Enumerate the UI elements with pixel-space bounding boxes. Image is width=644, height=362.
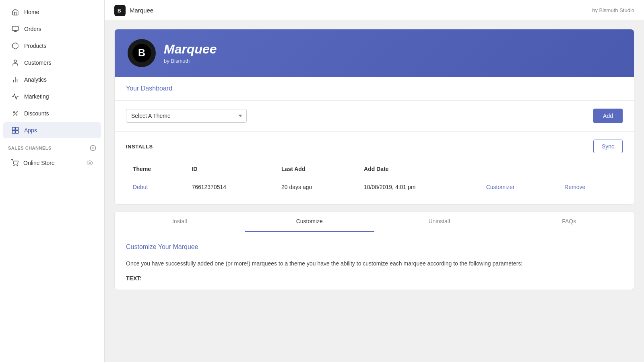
svg-rect-13 [16,131,19,134]
sidebar-item-discounts[interactable]: Discounts [3,105,101,121]
sidebar-nav: Home Orders Products Customers Analytics [0,0,104,362]
customize-description: Once you have successfully added one (or… [126,259,623,269]
tab-faqs[interactable]: FAQs [504,212,634,232]
theme-link[interactable]: Debut [133,184,148,190]
svg-point-7 [14,112,15,113]
theme-selector-row: Select A Theme Add [115,101,634,132]
orders-icon [11,25,19,33]
sidebar: Home Orders Products Customers Analytics [0,0,105,362]
cell-remove: Remove [558,178,622,196]
table-row: Debut 76612370514 20 days ago 10/08/2019… [126,178,623,196]
sidebar-item-online-store[interactable]: Online Store [3,155,101,171]
col-action2 [558,160,622,178]
topbar-subtitle: by Bismuth Studio [592,7,634,13]
tab-customize[interactable]: Customize [245,212,375,232]
app-banner-logo: B [128,39,156,67]
svg-point-3 [14,60,17,62]
tab-uninstall[interactable]: Uninstall [374,212,504,232]
sidebar-item-label: Home [24,9,39,15]
sidebar-item-analytics[interactable]: Analytics [3,72,101,88]
dashboard-header: Your Dashboard [115,77,634,101]
online-store-label: Online Store [23,160,82,166]
content-area: B Marquee by Bismuth Your Dashboard Sele… [105,21,644,362]
sidebar-item-label: Marketing [24,93,49,100]
svg-rect-11 [16,128,19,130]
cell-last-add: 20 days ago [275,178,357,196]
main-content: B Marquee by Bismuth Studio B Marquee by… [105,0,644,362]
installs-header: INSTALLS Sync [126,140,623,153]
customizer-link[interactable]: Customizer [486,184,515,190]
text-label: TEXT: [126,275,623,282]
app-banner: B Marquee by Bismuth [115,29,634,77]
app-banner-name: Marquee [164,42,217,56]
col-action1 [480,160,558,178]
products-icon [11,42,19,50]
customize-title: Customize Your Marquee [126,243,623,254]
app-banner-by: by Bismuth [164,58,217,64]
tab-install[interactable]: Install [115,212,245,232]
remove-link[interactable]: Remove [564,184,585,190]
cell-theme: Debut [126,178,186,196]
app-banner-text: Marquee by Bismuth [164,42,217,64]
add-theme-button[interactable]: Add [593,109,623,123]
analytics-icon [11,76,19,84]
discounts-icon [11,109,19,117]
sidebar-item-apps[interactable]: Apps [3,122,101,138]
svg-text:B: B [118,8,121,13]
eye-icon[interactable] [87,160,93,166]
topbar: B Marquee by Bismuth Studio [105,0,644,21]
svg-rect-0 [12,26,19,31]
installs-table: Theme ID Last Add Add Date Debut [126,160,623,196]
app-card: B Marquee by Bismuth Your Dashboard Sele… [114,29,634,205]
svg-text:B: B [138,47,145,58]
add-sales-channel-icon[interactable] [90,145,96,151]
tab-content-customize: Customize Your Marquee Once you have suc… [115,232,634,290]
theme-select[interactable]: Select A Theme [126,109,247,123]
installs-title: INSTALLS [126,144,153,150]
tabs-nav: Install Customize Uninstall FAQs [115,212,634,232]
col-last-add: Last Add [275,160,357,178]
sales-channels-header: SALES CHANNELS [0,142,104,154]
cell-add-date: 10/08/2019, 4:01 pm [357,178,480,196]
sidebar-item-label: Analytics [24,76,47,83]
col-add-date: Add Date [357,160,480,178]
sidebar-item-label: Apps [24,127,37,134]
sidebar-item-customers[interactable]: Customers [3,55,101,71]
customers-icon [11,59,19,67]
sidebar-item-label: Discounts [24,110,49,117]
sidebar-item-label: Orders [24,26,41,32]
table-header-row: Theme ID Last Add Add Date [126,160,623,178]
col-id: ID [185,160,275,178]
topbar-title: Marquee [130,7,588,14]
svg-point-8 [16,114,17,115]
cell-customizer: Customizer [480,178,558,196]
col-theme: Theme [126,160,186,178]
cell-id: 76612370514 [185,178,275,196]
svg-rect-10 [12,128,15,130]
installs-section: INSTALLS Sync Theme ID Last Add Add Date [115,132,634,204]
marketing-icon [11,93,19,101]
online-store-icon [11,159,19,167]
topbar-logo: B [114,5,126,16]
sales-channels-label: SALES CHANNELS [8,146,52,150]
sidebar-item-products[interactable]: Products [3,38,101,54]
sidebar-item-label: Products [24,43,46,49]
sidebar-item-orders[interactable]: Orders [3,21,101,37]
sidebar-item-home[interactable]: Home [3,4,101,20]
svg-point-19 [89,162,91,164]
svg-point-18 [17,165,18,166]
apps-icon [11,126,19,134]
dashboard-title: Your Dashboard [126,85,172,92]
svg-rect-12 [12,131,15,134]
sidebar-item-marketing[interactable]: Marketing [3,88,101,105]
home-icon [11,8,19,16]
svg-point-17 [14,165,14,166]
tabs-card: Install Customize Uninstall FAQs Customi… [114,211,634,290]
sidebar-item-label: Customers [24,60,52,66]
sync-button[interactable]: Sync [593,140,623,153]
